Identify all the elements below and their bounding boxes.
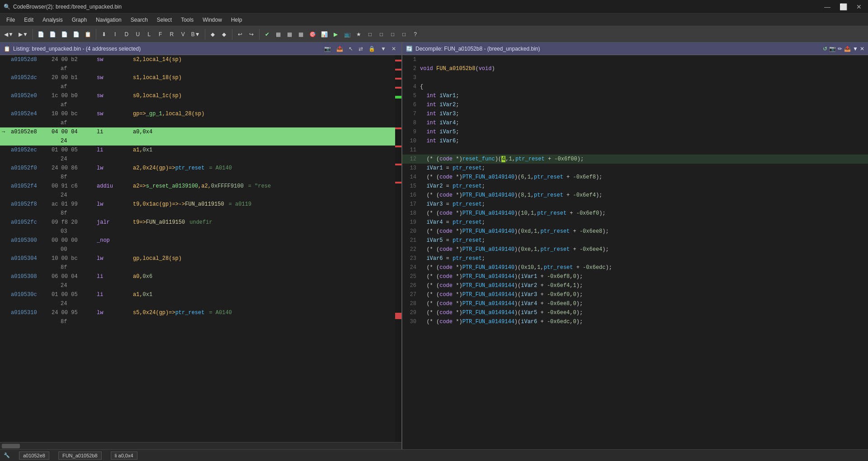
menu-select[interactable]: Select (152, 15, 176, 25)
dc-row: 3 (402, 73, 868, 82)
decompile-export-btn[interactable]: 📤 (844, 46, 851, 52)
listing-close-btn[interactable]: ✕ (390, 45, 398, 52)
listing-export-btn[interactable]: 📤 (335, 45, 345, 52)
menu-help[interactable]: Help (226, 15, 247, 25)
maximize-button[interactable]: ⬜ (837, 2, 850, 11)
minimap-marker-red4 (395, 87, 401, 89)
dc-code-cell: iVar3 = ptr_reset; (420, 200, 485, 209)
line-number: 24 (404, 263, 420, 272)
bookmark-btn5[interactable]: 📋 (82, 28, 94, 41)
dc-row: 9 int iVar5; (402, 127, 868, 136)
menu-file[interactable]: File (2, 15, 19, 25)
chart-btn[interactable]: 📊 (319, 28, 330, 41)
bookmark-btn1[interactable]: 📄 (35, 28, 47, 41)
redo-button[interactable]: ↪ (246, 28, 257, 41)
analysis-btn9[interactable]: B▼ (189, 28, 203, 41)
check-btn[interactable]: ✔ (262, 28, 273, 41)
analysis-btn5[interactable]: L (144, 28, 155, 41)
analysis-btn1[interactable]: ⬇ (99, 28, 109, 41)
menu-analysis[interactable]: Analysis (38, 15, 67, 25)
minimize-button[interactable]: — (821, 2, 833, 11)
bookmark-btn3[interactable]: 📄 (59, 28, 70, 41)
analysis-btn6[interactable]: F (155, 28, 166, 41)
grid-btn3[interactable]: ▦ (296, 28, 307, 41)
grid-btn2[interactable]: ▦ (284, 28, 295, 41)
bookmark-btn4[interactable]: 📄 (71, 28, 82, 41)
line-number: 12 (404, 155, 420, 164)
decompile-edit-btn[interactable]: ✏ (838, 46, 842, 52)
mnemonic-cell: li (97, 272, 133, 281)
page-btn1[interactable]: □ (365, 28, 376, 41)
decompile-panel-controls[interactable]: ↺ 📷 ✏ 📤 ▼ ✕ (823, 46, 864, 52)
forward-button[interactable]: ▶▼ (16, 28, 30, 41)
line-number: 21 (404, 236, 420, 245)
bytes-cell: 00 91 c6 (52, 182, 97, 191)
undo-button[interactable]: ↩ (235, 28, 245, 41)
listing-scrollbar-h[interactable] (0, 442, 401, 449)
mnemonic-cell: sw (97, 91, 133, 100)
bytes-cell: 01 00 05 (52, 146, 97, 155)
analysis-btn8[interactable]: V (178, 28, 189, 41)
mnemonic-cell: li (97, 127, 133, 136)
h-scrollbar-thumb[interactable] (2, 444, 20, 448)
decompile-refresh-btn[interactable]: ↺ (823, 46, 827, 52)
decompile-close-btn[interactable]: ✕ (860, 46, 864, 52)
decompile-code-area[interactable]: 1 2 void FUN_a01052b8(void) 3 4 { 5 int (402, 55, 868, 449)
listing-view-btn[interactable]: ▼ (379, 45, 388, 52)
listing-code-area[interactable]: a01052d8 24 00 b2 sw s2,local_14(sp) af … (0, 55, 395, 442)
menu-navigation[interactable]: Navigation (91, 15, 126, 25)
analysis-btn3[interactable]: D (121, 28, 132, 41)
dc-code-cell: (* (code *)PTR_FUN_a0149140)(0xd,1,ptr_r… (420, 227, 609, 236)
listing-lock-btn[interactable]: 🔒 (367, 45, 377, 52)
back-button[interactable]: ◀▼ (2, 28, 16, 41)
help-btn[interactable]: ? (410, 28, 421, 41)
dc-row: 22 (* (code *)PTR_FUN_a0149140)(0xe,1,pt… (402, 245, 868, 254)
listing-row: af (0, 118, 395, 127)
listing-minimap[interactable] (395, 55, 401, 442)
listing-panel-controls[interactable]: 📷 📤 ↖ ⇄ 🔒 ▼ ✕ (322, 45, 398, 52)
menu-window[interactable]: Window (198, 15, 226, 25)
page-btn4[interactable]: □ (399, 28, 410, 41)
bytes-cell: 10 00 bc (52, 109, 97, 118)
bookmark-btn2[interactable]: 📄 (47, 28, 58, 41)
action-btn2[interactable]: ◆ (219, 28, 230, 41)
status-icon: 🔧 (4, 452, 10, 458)
run-btn[interactable]: ▶ (330, 28, 341, 41)
decompile-view-btn[interactable]: ▼ (853, 46, 858, 52)
listing-row: 8f (0, 173, 395, 182)
monitor-btn[interactable]: 📺 (342, 28, 353, 41)
page-btn2[interactable]: □ (376, 28, 387, 41)
action-btn1[interactable]: ◆ (208, 28, 218, 41)
dc-code-cell: int iVar4; (420, 118, 459, 127)
listing-cursor-btn[interactable]: ↖ (347, 45, 355, 52)
analysis-btn4[interactable]: U (132, 28, 143, 41)
menu-graph[interactable]: Graph (67, 15, 91, 25)
dc-code-cell: int iVar5; (420, 127, 459, 136)
target-btn[interactable]: 🎯 (307, 28, 318, 41)
operands-cell: s1,local_18(sp) (133, 73, 182, 82)
listing-sync-btn[interactable]: ⇄ (357, 45, 365, 52)
minimap-marker-red2 (395, 69, 401, 71)
analysis-btn2[interactable]: I (110, 28, 121, 41)
listing-row: 8f (0, 263, 395, 272)
bytes-cell: 24 (52, 299, 97, 308)
dc-row: 20 (* (code *)PTR_FUN_a0149140)(0xd,1,pt… (402, 227, 868, 236)
line-number: 28 (404, 299, 420, 308)
menu-search[interactable]: Search (126, 15, 152, 25)
titlebar: 🔍 CodeBrowser(2): breed:/breed_unpacked.… (0, 0, 868, 14)
address-cell: a01052e8 (11, 127, 52, 136)
listing-snap-btn[interactable]: 📷 (322, 45, 333, 52)
bytes-cell: 04 00 04 (52, 127, 97, 136)
star-btn[interactable]: ★ (354, 28, 364, 41)
menu-tools[interactable]: Tools (176, 15, 198, 25)
menu-edit[interactable]: Edit (19, 15, 38, 25)
dc-row: 21 iVar5 = ptr_reset; (402, 236, 868, 245)
main-area: 📋 Listing: breed_unpacked.bin - (4 addre… (0, 42, 868, 449)
page-btn3[interactable]: □ (387, 28, 398, 41)
window-controls[interactable]: — ⬜ ✕ (821, 2, 864, 11)
minimap-marker-red (395, 60, 401, 61)
analysis-btn7[interactable]: R (166, 28, 177, 41)
close-button[interactable]: ✕ (854, 2, 864, 11)
grid-btn[interactable]: ▦ (273, 28, 284, 41)
decompile-snap-btn[interactable]: 📷 (829, 46, 836, 52)
